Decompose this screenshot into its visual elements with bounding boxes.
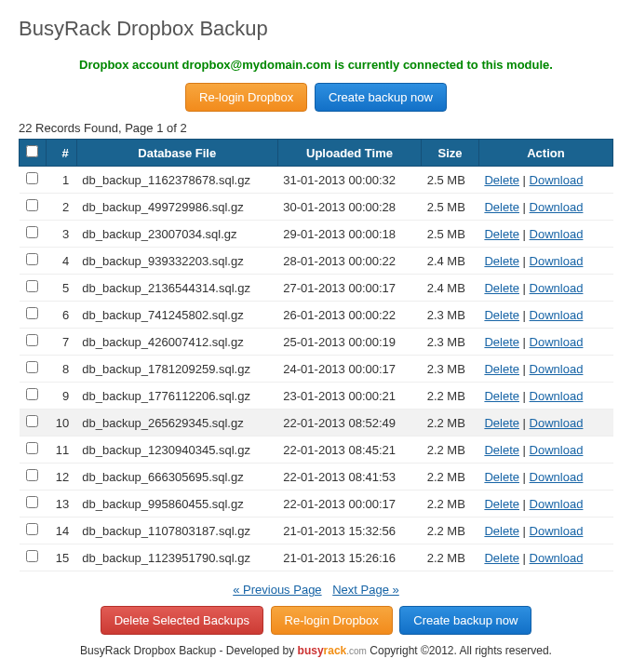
row-file: db_backup_2136544314.sql.gz	[76, 275, 277, 302]
row-actions: Delete | Download	[478, 221, 612, 248]
download-link[interactable]: Download	[530, 416, 584, 430]
table-row: 6db_backup_741245802.sql.gz26-01-2013 00…	[20, 302, 613, 329]
row-checkbox[interactable]	[26, 334, 38, 346]
row-actions: Delete | Download	[478, 275, 612, 302]
row-actions: Delete | Download	[478, 356, 612, 383]
download-link[interactable]: Download	[530, 227, 584, 241]
download-link[interactable]: Download	[530, 281, 584, 295]
delete-link[interactable]: Delete	[484, 416, 519, 430]
delete-link[interactable]: Delete	[484, 443, 519, 457]
delete-link[interactable]: Delete	[484, 524, 519, 538]
footer: BusyRack Dropbox Backup - Developed by b…	[19, 644, 613, 657]
action-sep: |	[519, 335, 530, 349]
row-time: 21-01-2013 15:26:16	[277, 544, 421, 571]
row-actions: Delete | Download	[478, 491, 612, 517]
row-checkbox[interactable]	[26, 469, 38, 481]
row-time: 25-01-2013 00:00:19	[277, 329, 421, 356]
row-actions: Delete | Download	[478, 248, 612, 275]
row-size: 2.5 MB	[422, 221, 479, 248]
row-size: 2.4 MB	[422, 275, 479, 302]
row-size: 2.5 MB	[422, 194, 479, 221]
download-link[interactable]: Download	[530, 254, 584, 268]
download-link[interactable]: Download	[530, 173, 584, 187]
download-link[interactable]: Download	[530, 551, 584, 565]
header-file: Database File	[76, 140, 277, 167]
action-sep: |	[519, 443, 530, 457]
row-time: 24-01-2013 00:00:17	[277, 356, 421, 383]
download-link[interactable]: Download	[530, 443, 584, 457]
delete-link[interactable]: Delete	[484, 470, 519, 484]
row-checkbox[interactable]	[26, 550, 38, 562]
delete-link[interactable]: Delete	[484, 308, 519, 322]
row-file: db_backup_426007412.sql.gz	[76, 329, 277, 356]
row-checkbox[interactable]	[26, 523, 38, 535]
create-backup-button[interactable]: Create backup now	[315, 83, 447, 112]
download-link[interactable]: Download	[530, 308, 584, 322]
delete-link[interactable]: Delete	[484, 551, 519, 565]
row-time: 22-01-2013 08:52:49	[277, 410, 421, 437]
delete-link[interactable]: Delete	[484, 254, 519, 268]
action-sep: |	[519, 389, 530, 403]
prev-page-link[interactable]: « Previous Page	[233, 583, 321, 597]
row-num: 2	[46, 194, 76, 221]
row-checkbox[interactable]	[26, 415, 38, 427]
delete-link[interactable]: Delete	[484, 497, 519, 511]
action-sep: |	[519, 173, 530, 187]
download-link[interactable]: Download	[530, 497, 584, 511]
row-actions: Delete | Download	[478, 464, 612, 491]
row-checkbox[interactable]	[26, 253, 38, 265]
row-file: db_backup_499729986.sql.gz	[76, 194, 277, 221]
row-checkbox[interactable]	[26, 442, 38, 454]
footer-post: Copyright ©2012. All rights reserved.	[367, 644, 552, 657]
next-page-link[interactable]: Next Page »	[332, 583, 399, 597]
pagination: « Previous Page Next Page »	[19, 583, 613, 597]
row-size: 2.3 MB	[422, 302, 479, 329]
delete-link[interactable]: Delete	[484, 200, 519, 214]
delete-selected-button[interactable]: Delete Selected Backups	[101, 606, 263, 635]
row-checkbox[interactable]	[26, 388, 38, 400]
row-file: db_backup_23007034.sql.gz	[76, 221, 277, 248]
row-actions: Delete | Download	[478, 437, 612, 464]
delete-link[interactable]: Delete	[484, 281, 519, 295]
relogin-dropbox-button[interactable]: Re-login Dropbox	[185, 83, 307, 112]
header-checkbox	[20, 140, 47, 167]
row-size: 2.5 MB	[422, 167, 479, 194]
row-time: 23-01-2013 00:00:21	[277, 383, 421, 410]
row-checkbox[interactable]	[26, 199, 38, 211]
delete-link[interactable]: Delete	[484, 362, 519, 376]
download-link[interactable]: Download	[530, 470, 584, 484]
delete-link[interactable]: Delete	[484, 173, 519, 187]
row-checkbox[interactable]	[26, 496, 38, 508]
download-link[interactable]: Download	[530, 389, 584, 403]
row-checkbox[interactable]	[26, 307, 38, 319]
row-num: 12	[46, 464, 76, 491]
row-actions: Delete | Download	[478, 194, 612, 221]
brand-com: .com	[346, 646, 367, 656]
row-checkbox[interactable]	[26, 172, 38, 184]
download-link[interactable]: Download	[530, 200, 584, 214]
download-link[interactable]: Download	[530, 335, 584, 349]
row-checkbox[interactable]	[26, 280, 38, 292]
action-sep: |	[519, 362, 530, 376]
action-sep: |	[519, 281, 530, 295]
table-row: 1db_backup_1162378678.sql.gz31-01-2013 0…	[20, 167, 613, 194]
row-actions: Delete | Download	[478, 544, 612, 571]
row-file: db_backup_1230940345.sql.gz	[76, 437, 277, 464]
delete-link[interactable]: Delete	[484, 227, 519, 241]
row-checkbox[interactable]	[26, 361, 38, 373]
row-checkbox[interactable]	[26, 226, 38, 238]
row-time: 26-01-2013 00:00:22	[277, 302, 421, 329]
download-link[interactable]: Download	[530, 524, 584, 538]
select-all-checkbox[interactable]	[26, 145, 38, 157]
row-size: 2.2 MB	[422, 491, 479, 517]
row-size: 2.3 MB	[422, 356, 479, 383]
backup-table: # Database File Uploaded Time Size Actio…	[19, 139, 613, 571]
row-size: 2.3 MB	[422, 329, 479, 356]
relogin-dropbox-button-bottom[interactable]: Re-login Dropbox	[271, 606, 393, 635]
delete-link[interactable]: Delete	[484, 335, 519, 349]
create-backup-button-bottom[interactable]: Create backup now	[399, 606, 531, 635]
download-link[interactable]: Download	[530, 362, 584, 376]
row-size: 2.4 MB	[422, 248, 479, 275]
delete-link[interactable]: Delete	[484, 389, 519, 403]
row-num: 7	[46, 329, 76, 356]
